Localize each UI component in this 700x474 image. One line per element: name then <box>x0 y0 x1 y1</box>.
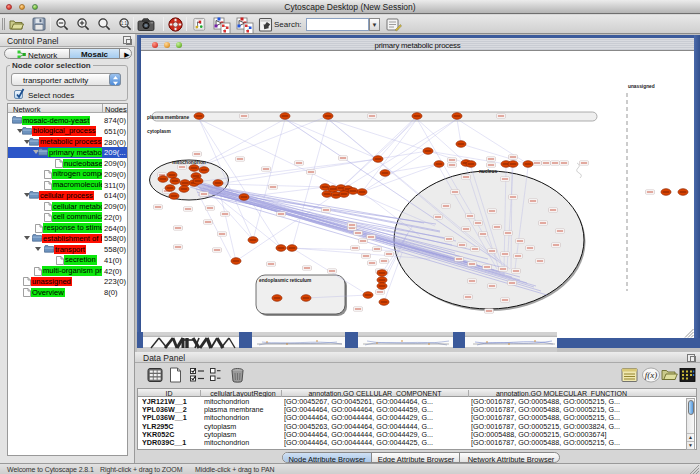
svg-text:1:1: 1:1 <box>121 21 128 26</box>
svg-text:f(x): f(x) <box>645 370 658 380</box>
svg-text:endoplasmic reticulum: endoplasmic reticulum <box>259 278 311 283</box>
svg-text:nucleus: nucleus <box>479 169 497 174</box>
svg-text:unassigned: unassigned <box>628 84 655 89</box>
svg-text:cytoplasm: cytoplasm <box>147 129 171 134</box>
svg-text:mitochondrion: mitochondrion <box>172 160 206 165</box>
svg-text:plasma membrane: plasma membrane <box>147 115 189 120</box>
